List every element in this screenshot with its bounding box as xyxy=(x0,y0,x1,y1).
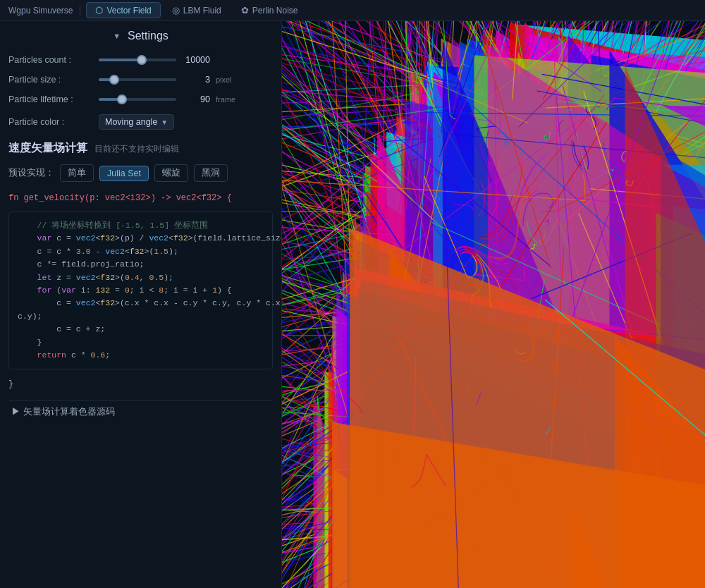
main-layout: ▼ Settings Particles count : 10000 Parti… xyxy=(0,21,705,588)
particle-lifetime-thumb[interactable] xyxy=(117,94,127,104)
preset-simple-button[interactable]: 简单 xyxy=(60,164,94,182)
vector-section-title-row: 速度矢量场计算 目前还不支持实时编辑 xyxy=(8,141,273,156)
particle-lifetime-value: 90 xyxy=(182,94,210,104)
vector-field-icon: ⬡ xyxy=(95,5,103,16)
source-code-row[interactable]: ▶ 矢量场计算着色器源码 xyxy=(8,400,273,422)
code-block[interactable]: // 将场坐标转换到 [-1.5, 1.5] 坐标范围 var c = vec2… xyxy=(8,212,273,369)
canvas-area xyxy=(282,21,705,588)
tab-vector-field[interactable]: ⬡ Vector Field xyxy=(86,2,160,18)
particles-count-fill xyxy=(99,59,142,61)
app-name: Wgpu Simuverse xyxy=(6,6,80,16)
preset-label: 预设实现： xyxy=(8,167,54,179)
settings-title: Settings xyxy=(128,30,168,42)
particles-count-slider[interactable] xyxy=(99,59,176,61)
particle-size-unit: pixel xyxy=(216,75,232,84)
tab-perlin-noise-label: Perlin Noise xyxy=(252,6,298,16)
collapse-icon[interactable]: ▼ xyxy=(113,32,121,40)
tab-lbm-fluid-label: LBM Fluid xyxy=(183,6,221,16)
vector-section-title: 速度矢量场计算 xyxy=(8,141,87,156)
preset-julia-set-button[interactable]: Julia Set xyxy=(99,166,149,181)
preset-row: 预设实现： 简单 Julia Set 螺旋 黑洞 xyxy=(8,164,273,182)
tab-vector-field-label: Vector Field xyxy=(106,6,151,16)
particle-size-slider[interactable] xyxy=(99,78,176,81)
lbm-fluid-icon: ◎ xyxy=(172,5,180,16)
preset-spiral-button[interactable]: 螺旋 xyxy=(154,164,188,182)
particle-color-label: Particle color : xyxy=(8,117,93,127)
particle-lifetime-row: Particle lifetime : 90 frame xyxy=(8,93,273,106)
particle-color-value: Moving angle xyxy=(105,117,157,127)
particle-size-label: Particle size : xyxy=(8,75,93,85)
particle-size-thumb[interactable] xyxy=(109,75,119,85)
particles-count-thumb[interactable] xyxy=(137,55,147,65)
source-label: ▶ 矢量场计算着色器源码 xyxy=(11,405,115,418)
code-closing-brace: } xyxy=(8,379,273,389)
particle-size-row: Particle size : 3 pixel xyxy=(8,73,273,86)
particle-color-dropdown[interactable]: Moving angle ▼ xyxy=(99,114,174,130)
particle-size-value: 3 xyxy=(182,75,210,85)
settings-header: ▼ Settings xyxy=(8,30,273,42)
particle-lifetime-label: Particle lifetime : xyxy=(8,94,93,104)
particle-lifetime-slider[interactable] xyxy=(99,98,176,101)
particle-color-row: Particle color : Moving angle ▼ xyxy=(8,113,273,131)
dropdown-arrow-icon: ▼ xyxy=(161,118,168,126)
tab-lbm-fluid[interactable]: ◎ LBM Fluid xyxy=(164,3,230,18)
vector-section-subtitle: 目前还不支持实时编辑 xyxy=(94,144,179,154)
particles-count-label: Particles count : xyxy=(8,55,93,65)
tab-perlin-noise[interactable]: ✿ Perlin Noise xyxy=(233,3,307,18)
top-nav: Wgpu Simuverse ⬡ Vector Field ◎ LBM Flui… xyxy=(0,0,705,21)
fn-signature: fn get_velocity(p: vec2<i32>) -> vec2<f3… xyxy=(8,193,273,203)
left-panel: ▼ Settings Particles count : 10000 Parti… xyxy=(0,21,282,588)
perlin-noise-icon: ✿ xyxy=(241,5,249,16)
particles-count-row: Particles count : 10000 xyxy=(8,54,273,66)
particles-count-value: 10000 xyxy=(182,55,210,65)
preset-black-hole-button[interactable]: 黑洞 xyxy=(194,164,228,182)
particle-lifetime-unit: frame xyxy=(216,95,235,104)
particle-canvas xyxy=(282,21,705,588)
